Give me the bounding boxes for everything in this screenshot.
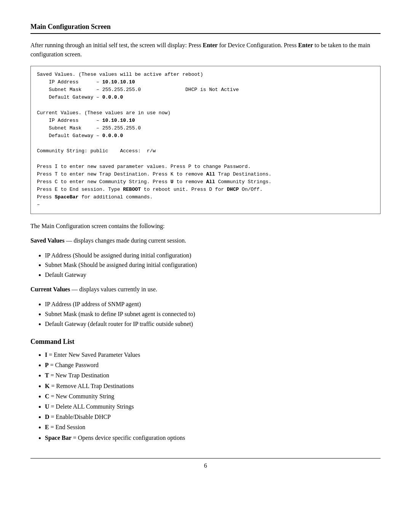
- list-item: D = Enable/Disable DHCP: [45, 412, 381, 422]
- list-item: U = Delete ALL Community Strings: [45, 401, 381, 412]
- cmd-desc-spacebar: = Opens device specific configuration op…: [72, 435, 185, 441]
- cmd-desc-P: = Change Password: [49, 362, 99, 368]
- cmd-desc-I: = Enter New Saved Parameter Values: [47, 351, 140, 358]
- cmd-desc-K: = Remove ALL Trap Destinations: [49, 383, 134, 389]
- list-item: C = New Community String: [45, 391, 381, 401]
- list-item: Subnet Mask (mask to define IP subnet ag…: [45, 309, 381, 319]
- page-number: 6: [204, 462, 207, 469]
- list-item: Space Bar = Opens device specific config…: [45, 433, 381, 443]
- current-bullets-list: IP Address (IP address of SNMP agent) Su…: [45, 299, 381, 329]
- following-text: The Main Configuration screen contains t…: [30, 222, 381, 231]
- page-content: Main Configuration Screen After running …: [30, 23, 381, 469]
- current-values-bold: Current Values: [30, 286, 70, 292]
- list-item: IP Address (Should be assigned during in…: [45, 251, 381, 260]
- cmd-key-P: P: [45, 362, 49, 368]
- cmd-desc-D: = Enable/Disable DHCP: [49, 414, 111, 420]
- cmd-key-E: E: [45, 424, 49, 430]
- cmd-key-C: C: [45, 393, 49, 399]
- list-item: P = Change Password: [45, 360, 381, 370]
- cmd-desc-U: = Delete ALL Community Strings: [49, 403, 134, 410]
- current-values-rest: — displays values currently in use.: [70, 286, 157, 292]
- list-item: Default Gateway: [45, 270, 381, 280]
- section-heading: Main Configuration Screen: [30, 23, 381, 34]
- cmd-key-spacebar: Space Bar: [45, 435, 72, 441]
- cmd-key-K: K: [45, 383, 49, 389]
- cmd-key-D: D: [45, 414, 49, 420]
- cmd-key-U: U: [45, 403, 49, 410]
- saved-values-desc: Saved Values — displays changes made dur…: [30, 236, 381, 245]
- cmd-desc-E: = End Session: [49, 424, 86, 430]
- command-list: I = Enter New Saved Parameter Values P =…: [45, 350, 381, 443]
- current-values-desc: Current Values — displays values current…: [30, 285, 381, 294]
- command-list-heading: Command List: [30, 338, 381, 346]
- list-item: I = Enter New Saved Parameter Values: [45, 350, 381, 360]
- page-footer: 6: [30, 458, 381, 469]
- saved-values-bold: Saved Values: [30, 237, 64, 244]
- list-item: Subnet Mask (Should be assigned during i…: [45, 260, 381, 270]
- list-item: IP Address (IP address of SNMP agent): [45, 299, 381, 309]
- list-item: K = Remove ALL Trap Destinations: [45, 381, 381, 391]
- cmd-key-T: T: [45, 372, 49, 379]
- terminal-box: Saved Values. (These values will be acti…: [30, 66, 381, 214]
- cmd-desc-T: = New Trap Destination: [49, 372, 109, 379]
- list-item: Default Gateway (default router for IP t…: [45, 319, 381, 329]
- list-item: E = End Session: [45, 422, 381, 432]
- saved-values-rest: — displays changes made during current s…: [64, 237, 186, 244]
- intro-paragraph: After running through an initial self te…: [30, 41, 381, 59]
- saved-bullets-list: IP Address (Should be assigned during in…: [45, 251, 381, 280]
- cmd-desc-C: = New Community String: [49, 393, 115, 399]
- list-item: T = New Trap Destination: [45, 370, 381, 380]
